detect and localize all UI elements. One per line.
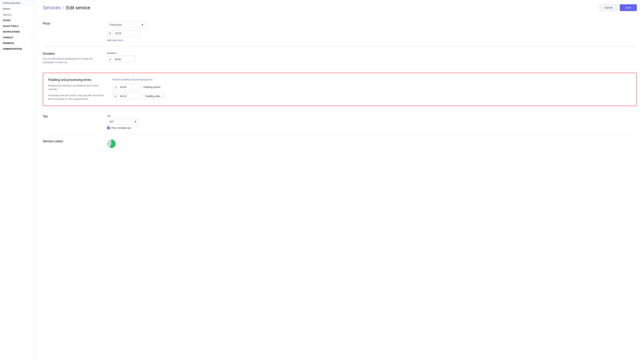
sidebar-item-stock[interactable]: STOCK ⌄ xyxy=(0,18,36,23)
price-includes-tax-label[interactable]: Price includes tax xyxy=(111,127,131,129)
price-input-row: £ xyxy=(107,30,139,36)
colour-picker[interactable] xyxy=(107,140,116,148)
tax-field-label: Tax xyxy=(107,115,637,117)
price-type-dropdown[interactable]: Fixed price ▼ xyxy=(107,22,146,28)
padding-controls: ◍ Padding before ◍ Padding after ▼ xyxy=(112,84,632,99)
colour-section-title: Service colour xyxy=(43,140,100,143)
padding-description-1: Padding time will block out additional t… xyxy=(48,84,105,91)
padding-after-type-dropdown[interactable]: Padding after ▼ xyxy=(144,93,165,99)
clock-icon-after: ◍ xyxy=(112,93,119,99)
padding-section-content: Remove padding and processing times ◍ Pa… xyxy=(112,78,632,101)
colour-section-content xyxy=(107,140,637,148)
tax-section-title: Tax xyxy=(43,115,100,118)
padding-section-label: Padding and processing times Padding tim… xyxy=(48,78,105,101)
app-layout: Online payments Waitlist Add-ons STOCK ⌄… xyxy=(0,0,644,360)
header-actions: Cancel Save xyxy=(600,4,637,11)
duration-section-content: Duration * ◍ xyxy=(107,52,637,64)
add-price-tiers-link[interactable]: Add price tiers xyxy=(107,39,123,42)
tax-select-dropdown[interactable]: VAT ▼ xyxy=(107,119,139,125)
padding-after-input-wrap: ◍ xyxy=(112,93,141,99)
price-section-content: Fixed price ▼ £ Add price tiers xyxy=(107,22,637,42)
chevron-down-icon: ⌄ xyxy=(31,31,33,33)
duration-section-description: You can add optional padding time for th… xyxy=(43,57,100,64)
currency-prefix: £ xyxy=(107,30,113,36)
remove-padding-link[interactable]: Remove padding and processing times xyxy=(112,78,152,81)
padding-after-input[interactable] xyxy=(119,93,135,99)
save-button[interactable]: Save xyxy=(620,4,637,11)
tax-section-label: Tax xyxy=(43,115,100,129)
sidebar-item-consult[interactable]: CONSULT ⌄ xyxy=(0,35,36,40)
price-section-title: Price xyxy=(43,22,100,25)
price-input[interactable] xyxy=(113,30,131,36)
tax-section-content: Tax VAT ▼ Price includes tax xyxy=(107,115,637,129)
colour-section: Service colour xyxy=(43,135,637,153)
required-indicator: * xyxy=(116,52,118,54)
duration-section-title: Duration xyxy=(43,52,100,56)
sidebar-item-waitlist[interactable]: Waitlist xyxy=(0,6,36,12)
padding-description-2: Processing time will create a free gap a… xyxy=(48,94,105,101)
sidebar-item-promote[interactable]: PROMOTE ⌄ xyxy=(0,40,36,46)
sidebar-item-administration[interactable]: ADMINISTRATION ⌄ xyxy=(0,46,36,52)
sidebar-item-notifications[interactable]: NOTIFICATIONS ⌄ xyxy=(0,29,36,35)
duration-field-label: Duration * xyxy=(107,52,637,54)
price-section: Price Fixed price ▼ £ Add price tiers xyxy=(43,17,637,47)
dropdown-arrow-icon: ▼ xyxy=(134,120,137,123)
duration-input-wrap: ◍ xyxy=(107,56,136,62)
page-title: Edit service xyxy=(66,5,90,10)
padding-before-row: ◍ Padding before xyxy=(112,84,632,90)
services-breadcrumb-link[interactable]: Services xyxy=(43,5,61,10)
chevron-down-icon: ⌄ xyxy=(31,48,33,50)
breadcrumb-separator: > xyxy=(62,6,64,10)
sidebar-item-sales-tools[interactable]: SALES TOOLS ⌄ xyxy=(0,23,36,29)
sidebar-item-online-payments[interactable]: Online payments xyxy=(0,0,36,6)
dropdown-arrow-icon: ▼ xyxy=(141,23,144,26)
padding-before-input[interactable] xyxy=(119,84,135,90)
sidebar: Online payments Waitlist Add-ons STOCK ⌄… xyxy=(0,0,36,360)
chevron-down-icon: ⌄ xyxy=(31,25,33,27)
page-header: Services > Edit service Cancel Save xyxy=(43,4,637,11)
duration-input[interactable] xyxy=(113,56,129,62)
price-includes-tax-row: Price includes tax xyxy=(107,127,637,129)
cancel-button[interactable]: Cancel xyxy=(600,4,618,11)
padding-before-label: Padding before xyxy=(144,86,160,89)
padding-section: Padding and processing times Padding tim… xyxy=(43,73,637,106)
padding-before-input-wrap: ◍ xyxy=(112,84,141,90)
clock-icon: ◍ xyxy=(107,56,113,62)
padding-after-row: ◍ Padding after ▼ xyxy=(112,93,632,99)
colour-section-label: Service colour xyxy=(43,140,100,148)
price-section-label: Price xyxy=(43,22,100,42)
sidebar-item-addons[interactable]: Add-ons xyxy=(0,12,36,18)
main-content: Services > Edit service Cancel Save Pric… xyxy=(36,0,644,360)
chevron-down-icon: ⌄ xyxy=(31,19,33,21)
padding-section-title: Padding and processing times xyxy=(48,78,105,82)
breadcrumb: Services > Edit service xyxy=(43,5,90,10)
chevron-down-icon: ⌄ xyxy=(31,37,33,39)
tax-section: Tax Tax VAT ▼ Price includes tax xyxy=(43,110,637,135)
chevron-down-icon: ⌄ xyxy=(31,42,33,44)
duration-section: Duration You can add optional padding ti… xyxy=(43,47,637,69)
dropdown-chevron-icon: ▼ xyxy=(161,95,163,97)
clock-icon-before: ◍ xyxy=(112,84,119,90)
price-includes-tax-checkbox[interactable] xyxy=(107,127,110,129)
duration-section-label: Duration You can add optional padding ti… xyxy=(43,52,100,64)
